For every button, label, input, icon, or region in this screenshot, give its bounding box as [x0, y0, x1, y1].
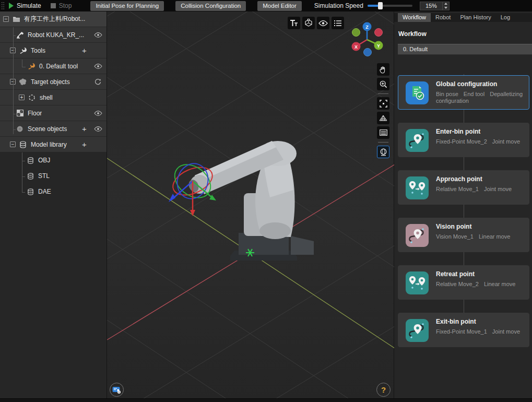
- folder-icon: [12, 15, 20, 23]
- card-tags: Fixed-Point Move_2Joint move: [436, 138, 527, 145]
- toolbar-drag-handle[interactable]: [1, 2, 5, 10]
- add-tool-button[interactable]: +: [80, 46, 89, 55]
- frame-gizmo-icon[interactable]: [302, 17, 315, 29]
- sidebar-item-default-tool[interactable]: 0. Default tool: [0, 58, 107, 74]
- workflow-step-vision-point[interactable]: Vision point Vision Move_1Linear move: [398, 218, 529, 252]
- text-labels-icon[interactable]: [288, 17, 300, 29]
- card-tags: Fixed-Point Move_1Joint move: [436, 328, 527, 335]
- simulate-button[interactable]: Simulate: [9, 2, 41, 9]
- scene-tree-panel: 有序工件上料/Robot... Robot KUKA_KR_... Tools …: [0, 11, 107, 398]
- tree-guide-line: [22, 152, 22, 192]
- stop-label: Stop: [59, 2, 72, 9]
- database-icon: [26, 156, 34, 164]
- workflow-step-exit-bin-point[interactable]: Exit-bin point Fixed-Point Move_1Joint m…: [398, 313, 529, 347]
- tree-guide-line: [13, 27, 14, 134]
- card-title: Global configuration: [436, 80, 497, 88]
- tree-guide-line: [22, 60, 22, 67]
- spinner-down-button[interactable]: [443, 6, 449, 10]
- database-icon: [26, 172, 34, 180]
- collapse-toggle-icon[interactable]: [10, 141, 16, 147]
- help-button[interactable]: ?: [376, 383, 391, 397]
- model-editor-button[interactable]: Model Editor: [257, 1, 302, 11]
- panel-list-icon[interactable]: [377, 126, 389, 139]
- card-tag: End tool: [464, 91, 484, 97]
- sidebar-item-dae[interactable]: DAE: [0, 184, 107, 199]
- workflow-step-global-configuration[interactable]: Global configuration Bin poseEnd toolDep…: [398, 75, 529, 110]
- tab-workflow[interactable]: Workflow: [398, 13, 431, 22]
- simulation-speed-slider[interactable]: [368, 5, 412, 7]
- workflow-step-retreat-point[interactable]: Retreat point Relative Move_2Linear move: [398, 265, 529, 300]
- view-sphere-icon[interactable]: [377, 146, 389, 158]
- initial-pose-button[interactable]: Initial Pose for Planning: [90, 1, 164, 11]
- visibility-eye-icon[interactable]: [317, 17, 329, 29]
- slider-fill: [368, 5, 379, 7]
- card-tags: Relative Move_1Joint move: [436, 186, 527, 193]
- tab-plan-history[interactable]: Plan History: [455, 13, 495, 22]
- visibility-eye-icon[interactable]: [93, 125, 102, 133]
- zoom-magnifier-icon[interactable]: [377, 78, 389, 90]
- spinner-up-button[interactable]: [443, 2, 449, 6]
- workflow-step-enter-bin-point[interactable]: Enter-bin point Fixed-Point Move_2Joint …: [398, 123, 529, 157]
- sidebar-item-target-objects[interactable]: Target objects: [0, 74, 107, 89]
- database-icon: [26, 187, 34, 196]
- tree-guide-tick: [22, 176, 25, 177]
- fit-view-icon[interactable]: [377, 97, 389, 110]
- sidebar-item-label: Tools: [31, 47, 45, 54]
- viewport-3d[interactable]: Z X Y: [107, 11, 394, 398]
- sidebar-item-shell[interactable]: shell: [0, 90, 107, 105]
- sidebar-item-obj[interactable]: OBJ: [0, 152, 107, 168]
- sidebar-item-stl[interactable]: STL: [0, 168, 107, 184]
- sidebar-item-label: Target objects: [31, 78, 70, 86]
- stop-button[interactable]: Stop: [51, 2, 72, 9]
- floor-checker-icon: [16, 109, 24, 117]
- tree-guide-elbow: [22, 192, 25, 193]
- card-tag: Relative Move_2: [436, 281, 479, 287]
- axis-z-label: Z: [365, 25, 369, 30]
- tree-guide-tick: [13, 129, 16, 130]
- sidebar-item-label: STL: [38, 172, 50, 180]
- axis-orientation-gizmo[interactable]: Z X Y: [347, 20, 387, 62]
- sidebar-item-model-library[interactable]: Model library +: [0, 137, 107, 152]
- card-tag: Joint move: [484, 186, 512, 192]
- sidebar-item-floor[interactable]: Floor: [0, 105, 107, 121]
- pin-pair-icon: [406, 271, 429, 294]
- sidebar-item-label: Model library: [31, 141, 67, 148]
- sidebar-item-label: Floor: [28, 110, 42, 117]
- workflow-select[interactable]: 0. Default: [398, 44, 532, 55]
- ground-grid-icon[interactable]: [377, 112, 389, 124]
- visibility-eye-icon[interactable]: [93, 62, 102, 70]
- add-model-button[interactable]: +: [80, 140, 89, 149]
- up-arrow-icon: [444, 3, 447, 5]
- refresh-icon[interactable]: [93, 78, 102, 86]
- collision-configuration-button[interactable]: Collision Configuration: [175, 1, 246, 11]
- speed-percent-value[interactable]: 15%: [420, 2, 442, 10]
- visibility-eye-icon[interactable]: [93, 31, 102, 39]
- card-title: Vision point: [436, 223, 471, 230]
- sidebar-item-label: shell: [40, 94, 53, 101]
- speed-percent-spinner: 15%: [420, 2, 450, 10]
- tab-log[interactable]: Log: [496, 13, 515, 22]
- pan-hand-icon[interactable]: [377, 63, 389, 76]
- visibility-eye-icon[interactable]: [93, 109, 102, 117]
- workflow-step-approach-point[interactable]: Approach point Relative Move_1Joint move: [398, 170, 529, 205]
- tree-guide-tick: [13, 114, 16, 114]
- tab-robot[interactable]: Robot: [431, 13, 455, 22]
- expand-toggle-icon[interactable]: [19, 94, 25, 100]
- sidebar-item-scene-objects[interactable]: Scene objects +: [0, 121, 107, 136]
- scene-info-button[interactable]: [110, 383, 124, 397]
- sidebar-item-project-root[interactable]: 有序工件上料/Robot...: [0, 11, 107, 27]
- add-scene-object-button[interactable]: +: [80, 124, 89, 133]
- axis-neg-x-ball: [375, 29, 383, 37]
- workflow-heading: Workflow: [398, 30, 427, 38]
- path-pin-icon: [406, 319, 429, 342]
- display-list-icon[interactable]: [332, 17, 344, 29]
- question-mark-icon: ?: [381, 385, 386, 394]
- sidebar-item-robot[interactable]: Robot KUKA_KR_...: [0, 27, 107, 42]
- sidebar-item-label: Scene objects: [28, 125, 67, 133]
- sidebar-item-tools[interactable]: Tools +: [0, 43, 107, 58]
- slider-thumb[interactable]: [378, 2, 383, 9]
- wrench-icon: [19, 46, 27, 55]
- viewport-side-toolbar: [376, 63, 391, 158]
- simulation-speed-label: Simulation Speed: [314, 2, 363, 9]
- collapse-toggle-icon[interactable]: [3, 16, 9, 22]
